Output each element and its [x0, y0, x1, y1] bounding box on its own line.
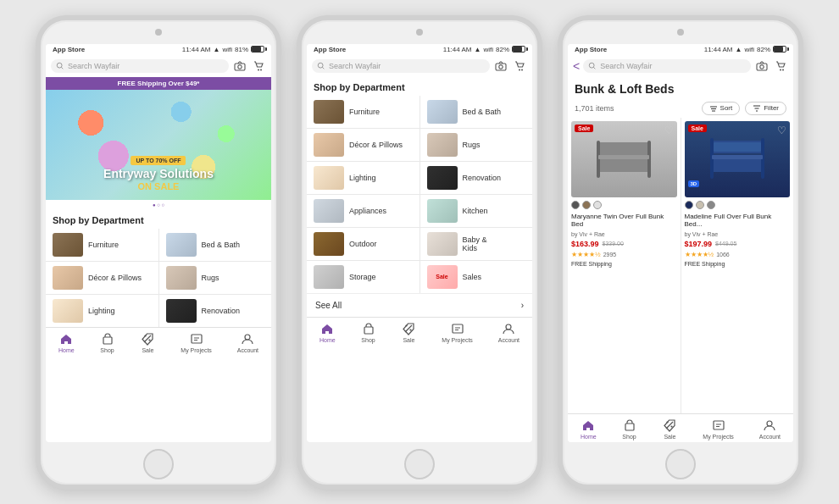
cart-icon-1[interactable]: [251, 58, 266, 74]
phone-2: App Store 11:44 AM ▲ wifi 82% Search Way…: [297, 15, 542, 490]
dept-furniture-2[interactable]: Furniture: [307, 96, 420, 128]
shop-icon-2: [361, 321, 376, 336]
nav-account-1[interactable]: Account: [237, 331, 258, 353]
swatch-3[interactable]: [593, 201, 602, 209]
dept-lighting-1[interactable]: Lighting: [46, 295, 158, 327]
dept-baby-2[interactable]: Baby &Kids: [420, 228, 533, 260]
battery-pct-3: 82%: [757, 46, 770, 53]
camera-icon-1[interactable]: [232, 58, 247, 74]
see-all-row-2[interactable]: See All ›: [307, 293, 532, 317]
dept-decor-1[interactable]: Décor & Pillows: [46, 262, 158, 294]
shipping-2: FREE Shipping: [685, 261, 791, 267]
signal-icon-2: ▲: [475, 46, 481, 53]
dept-renovation-1[interactable]: Renovation: [159, 295, 272, 327]
nav-projects-label-2: My Projects: [442, 337, 473, 343]
promo-banner-1[interactable]: FREE Shipping Over $49*: [46, 77, 271, 90]
search-input-wrap-2[interactable]: Search Wayfair: [312, 59, 490, 73]
dept-lighting-2[interactable]: Lighting: [307, 162, 420, 194]
search-input-wrap-3[interactable]: Search Wayfair: [583, 59, 751, 73]
dept-kitchen-2[interactable]: Kitchen: [420, 195, 533, 227]
svg-rect-17: [364, 327, 373, 334]
home-icon-1: [58, 331, 74, 346]
home-button-1[interactable]: [143, 449, 174, 479]
nav-shop-2[interactable]: Shop: [361, 321, 376, 343]
nav-shop-label-1: Shop: [100, 347, 114, 353]
sort-button-3[interactable]: Sort: [702, 102, 741, 115]
nav-sale-1[interactable]: Sale: [140, 331, 155, 353]
dept-label-furniture-1: Furniture: [88, 241, 119, 249]
nav-home-2[interactable]: Home: [319, 321, 336, 343]
status-right-2: 11:44 AM ▲ wifi 82%: [443, 46, 525, 53]
chevron-right-icon-2: ›: [521, 301, 524, 310]
nav-sale-2[interactable]: Sale: [401, 321, 416, 343]
dept-outdoor-2[interactable]: Outdoor: [307, 228, 420, 260]
dept-storage-2[interactable]: Storage: [307, 261, 420, 293]
swatch-1[interactable]: [571, 201, 580, 209]
camera-icon-2[interactable]: [493, 58, 508, 74]
nav-home-3[interactable]: Home: [581, 418, 597, 440]
filter-icon-3: [753, 104, 761, 113]
nav-home-1[interactable]: Home: [58, 331, 75, 353]
product-card-1[interactable]: Sale ♡ Maryanne Twin Over Full Bunk Bed …: [568, 118, 681, 413]
nav-projects-1[interactable]: My Projects: [181, 331, 212, 353]
nav-shop-1[interactable]: Shop: [100, 331, 115, 353]
dept-bedbath-1[interactable]: Bed & Bath: [159, 229, 272, 261]
home-button-3[interactable]: [665, 449, 696, 479]
nav-shop-3[interactable]: Shop: [622, 418, 637, 440]
dept-sales-2[interactable]: Sale Sales: [420, 261, 533, 293]
cart-icon-3[interactable]: [773, 58, 788, 74]
dept-label-renovation-2: Renovation: [463, 174, 502, 182]
svg-point-4: [258, 69, 259, 70]
dept-bedbath-2[interactable]: Bed & Bath: [420, 96, 533, 128]
search-input-wrap-1[interactable]: Search Wayfair: [51, 59, 229, 73]
sale-icon-2: [401, 321, 416, 336]
cart-icon-2[interactable]: [512, 58, 527, 74]
dept-label-appliances-2: Appliances: [349, 207, 386, 215]
nav-sale-3[interactable]: Sale: [662, 418, 677, 440]
dept-thumb-furniture-1: [53, 233, 83, 257]
svg-rect-37: [712, 159, 763, 172]
product-card-2[interactable]: Sale ♡ 3D Madeline Full Over Full Bunk B…: [681, 118, 794, 413]
dept-appliances-2[interactable]: Appliances: [307, 195, 420, 227]
bottom-nav-2: Home Shop Sale: [307, 317, 532, 346]
price-sale-2: $197.99: [685, 240, 713, 248]
sale-icon-1: [140, 331, 155, 346]
nav-account-label-3: Account: [759, 434, 781, 440]
svg-point-0: [57, 63, 62, 68]
dept-label-decor-1: Décor & Pillows: [88, 274, 142, 282]
section-title-1: Shop by Department: [46, 210, 271, 229]
dept-decor-2[interactable]: Décor & Pillows: [307, 129, 420, 161]
swatch-5[interactable]: [696, 201, 704, 209]
camera-icon-3[interactable]: [754, 58, 770, 74]
swatch-4[interactable]: [685, 201, 693, 209]
filter-button-3[interactable]: Filter: [745, 102, 786, 115]
product-brand-1: by Viv + Rae: [571, 231, 677, 237]
swatch-6[interactable]: [707, 201, 715, 209]
nav-account-2[interactable]: Account: [498, 321, 520, 343]
back-button-3[interactable]: <: [573, 59, 580, 73]
dept-renovation-2[interactable]: Renovation: [420, 162, 533, 194]
heart-icon-2[interactable]: ♡: [777, 125, 786, 136]
nav-projects-3[interactable]: My Projects: [703, 418, 734, 440]
dept-thumb-renovation-2: [427, 166, 458, 190]
nav-account-3[interactable]: Account: [759, 418, 781, 440]
swatch-2[interactable]: [582, 201, 591, 209]
search-placeholder-1: Search Wayfair: [68, 62, 119, 70]
dept-thumb-appliances-2: [314, 199, 344, 223]
search-icon-1: [56, 62, 64, 70]
svg-rect-43: [714, 421, 724, 429]
svg-rect-35: [598, 155, 649, 159]
home-button-2[interactable]: [404, 449, 435, 479]
battery-icon-2: [512, 46, 525, 53]
nav-home-label-1: Home: [58, 347, 75, 353]
dept-label-kitchen-2: Kitchen: [463, 207, 488, 215]
nav-projects-2[interactable]: My Projects: [442, 321, 473, 343]
time-2: 11:44 AM: [443, 46, 472, 53]
heart-icon-1[interactable]: ♡: [664, 125, 674, 136]
projects-icon-2: [450, 321, 465, 336]
dept-furniture-1[interactable]: Furniture: [46, 229, 158, 261]
svg-point-46: [767, 421, 772, 426]
dept-rugs-2[interactable]: Rugs: [420, 129, 533, 161]
product-name-2: Madeline Full Over Full Bunk Bed...: [685, 213, 791, 229]
dept-rugs-1[interactable]: Rugs: [159, 262, 272, 294]
